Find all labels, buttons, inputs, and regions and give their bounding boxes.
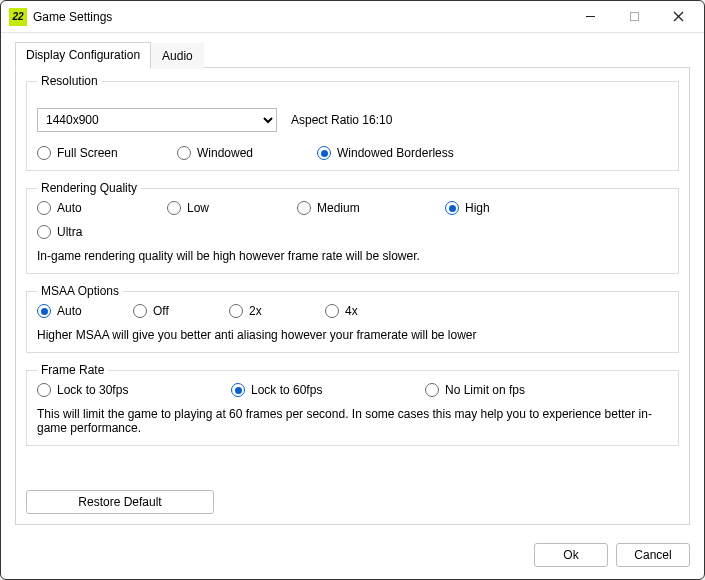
- group-rendering-quality: Rendering Quality Auto Low Medium: [26, 181, 679, 274]
- window-controls: [568, 3, 700, 31]
- radio-fr-lock30[interactable]: Lock to 30fps: [37, 383, 227, 397]
- radio-rq-high[interactable]: High: [445, 201, 565, 215]
- radio-icon: [133, 304, 147, 318]
- close-button[interactable]: [656, 3, 700, 31]
- radio-icon: [231, 383, 245, 397]
- radio-label: Off: [153, 304, 169, 318]
- maximize-icon: [629, 11, 640, 22]
- radio-label: Full Screen: [57, 146, 118, 160]
- radio-icon: [317, 146, 331, 160]
- radio-label: Medium: [317, 201, 360, 215]
- radio-icon: [425, 383, 439, 397]
- radio-icon: [167, 201, 181, 215]
- framerate-description: This will limit the game to playing at 6…: [37, 407, 668, 435]
- radio-rq-ultra[interactable]: Ultra: [37, 225, 157, 239]
- minimize-button[interactable]: [568, 3, 612, 31]
- tabpage-display-configuration: Resolution 1440x900 Aspect Ratio 16:10 F…: [15, 67, 690, 525]
- restore-row: Restore Default: [26, 474, 679, 514]
- radio-icon: [297, 201, 311, 215]
- radio-icon: [445, 201, 459, 215]
- tab-strip: Display Configuration Audio: [15, 41, 690, 68]
- radio-icon: [325, 304, 339, 318]
- radio-label: Auto: [57, 304, 82, 318]
- radio-fullscreen[interactable]: Full Screen: [37, 146, 177, 160]
- window: 22 Game Settings Display Configuration A…: [0, 0, 705, 580]
- radio-icon: [37, 383, 51, 397]
- group-msaa-legend: MSAA Options: [37, 284, 123, 298]
- minimize-icon: [585, 11, 596, 22]
- radio-rq-auto[interactable]: Auto: [37, 201, 157, 215]
- group-resolution: Resolution 1440x900 Aspect Ratio 16:10 F…: [26, 74, 679, 171]
- dialog-footer: Ok Cancel: [1, 535, 704, 579]
- tab-display-configuration[interactable]: Display Configuration: [15, 42, 151, 69]
- msaa-description: Higher MSAA will give you better anti al…: [37, 328, 668, 342]
- radio-msaa-2x[interactable]: 2x: [229, 304, 319, 318]
- radio-label: Lock to 60fps: [251, 383, 322, 397]
- radio-label: 4x: [345, 304, 358, 318]
- dialog-body: Display Configuration Audio Resolution 1…: [1, 33, 704, 535]
- svg-rect-1: [630, 13, 638, 21]
- radio-msaa-4x[interactable]: 4x: [325, 304, 415, 318]
- resolution-select[interactable]: 1440x900: [37, 108, 277, 132]
- window-title: Game Settings: [33, 10, 568, 24]
- radio-label: No Limit on fps: [445, 383, 525, 397]
- group-framerate-legend: Frame Rate: [37, 363, 108, 377]
- radio-msaa-off[interactable]: Off: [133, 304, 223, 318]
- aspect-ratio-label: Aspect Ratio 16:10: [291, 113, 392, 127]
- maximize-button[interactable]: [612, 3, 656, 31]
- radio-icon: [37, 201, 51, 215]
- group-framerate: Frame Rate Lock to 30fps Lock to 60fps N…: [26, 363, 679, 446]
- radio-label: 2x: [249, 304, 262, 318]
- radio-rq-low[interactable]: Low: [167, 201, 287, 215]
- radio-msaa-auto[interactable]: Auto: [37, 304, 127, 318]
- radio-icon: [37, 225, 51, 239]
- cancel-button[interactable]: Cancel: [616, 543, 690, 567]
- radio-icon: [37, 146, 51, 160]
- group-resolution-legend: Resolution: [37, 74, 102, 88]
- radio-icon: [229, 304, 243, 318]
- group-rendering-legend: Rendering Quality: [37, 181, 141, 195]
- radio-icon: [177, 146, 191, 160]
- titlebar: 22 Game Settings: [1, 1, 704, 33]
- radio-rq-medium[interactable]: Medium: [297, 201, 435, 215]
- radio-label: High: [465, 201, 490, 215]
- radio-label: Windowed Borderless: [337, 146, 454, 160]
- radio-label: Low: [187, 201, 209, 215]
- radio-label: Windowed: [197, 146, 253, 160]
- radio-label: Auto: [57, 201, 82, 215]
- radio-windowed-borderless[interactable]: Windowed Borderless: [317, 146, 454, 160]
- radio-windowed[interactable]: Windowed: [177, 146, 317, 160]
- restore-default-button[interactable]: Restore Default: [26, 490, 214, 514]
- radio-fr-nolimit[interactable]: No Limit on fps: [425, 383, 615, 397]
- ok-button[interactable]: Ok: [534, 543, 608, 567]
- tab-audio[interactable]: Audio: [151, 43, 204, 69]
- group-msaa: MSAA Options Auto Off 2x: [26, 284, 679, 353]
- rendering-description: In-game rendering quality will be high h…: [37, 249, 668, 263]
- radio-fr-lock60[interactable]: Lock to 60fps: [231, 383, 421, 397]
- radio-label: Lock to 30fps: [57, 383, 128, 397]
- radio-label: Ultra: [57, 225, 82, 239]
- radio-icon: [37, 304, 51, 318]
- app-icon: 22: [9, 8, 27, 26]
- close-icon: [673, 11, 684, 22]
